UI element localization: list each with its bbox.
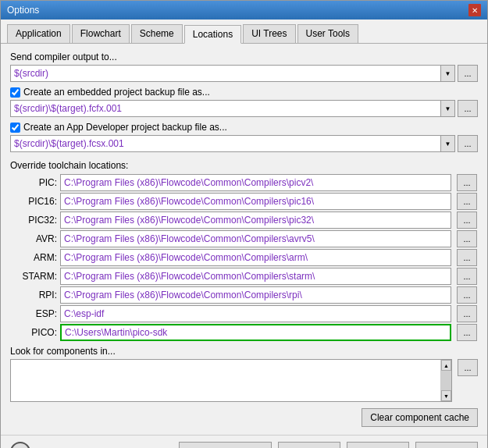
app-developer-browse[interactable]: ... xyxy=(458,135,478,152)
toolchain-label-3: AVR: xyxy=(10,230,57,247)
look-for-section: Look for components in... ▲ ▼ ... Clear … xyxy=(10,346,478,427)
toolchain-label-7: ESP: xyxy=(10,305,57,322)
toolchain-label-1: PIC16: xyxy=(10,193,57,210)
app-developer-dropdown[interactable]: ▼ xyxy=(440,136,454,151)
toolchain-label-5: STARM: xyxy=(10,268,57,285)
app-developer-checkbox-label[interactable]: Create an App Developer project backup f… xyxy=(10,122,478,133)
toolchain-input-3[interactable] xyxy=(60,230,451,247)
options-dialog: Options ✕ Application Flowchart Scheme L… xyxy=(0,0,488,448)
dialog-title: Options xyxy=(7,5,39,16)
send-compiler-input[interactable]: $(srcdir) xyxy=(11,66,440,81)
title-bar: Options ✕ xyxy=(1,1,487,20)
tab-user-tools[interactable]: User Tools xyxy=(297,24,358,43)
toolchain-browse-4[interactable]: ... xyxy=(457,249,477,266)
embedded-backup-checkbox[interactable] xyxy=(10,87,20,98)
toolchain-input-0[interactable] xyxy=(60,174,451,191)
look-for-textarea[interactable] xyxy=(11,360,440,401)
look-for-content: ▲ ▼ ... xyxy=(10,359,478,402)
embedded-backup-dropdown[interactable]: ▼ xyxy=(440,101,454,116)
scroll-up-btn[interactable]: ▲ xyxy=(441,360,451,371)
toolchain-input-5[interactable] xyxy=(60,268,451,285)
scroll-down-btn[interactable]: ▼ xyxy=(441,390,451,401)
toolchain-input-2[interactable] xyxy=(60,212,451,229)
bottom-bar: ? Restore Defaults Preview OK Cancel xyxy=(1,435,487,448)
app-developer-label: Create an App Developer project backup f… xyxy=(23,122,227,133)
send-compiler-browse[interactable]: ... xyxy=(458,65,478,82)
tab-flowchart[interactable]: Flowchart xyxy=(72,24,130,43)
clear-cache-button[interactable]: Clear component cache xyxy=(362,408,478,427)
embedded-backup-label: Create an embedded project backup file a… xyxy=(23,87,210,98)
toolchain-input-6[interactable] xyxy=(60,286,451,304)
tab-application[interactable]: Application xyxy=(7,24,70,43)
send-compiler-input-wrapper: $(srcdir) ▼ xyxy=(10,65,455,82)
toolchain-grid: PIC:...PIC16:...PIC32:...AVR:...ARM:...S… xyxy=(10,174,478,341)
cancel-button[interactable]: Cancel xyxy=(415,442,478,448)
app-developer-checkbox[interactable] xyxy=(10,123,20,133)
toolchain-browse-6[interactable]: ... xyxy=(457,286,477,304)
send-compiler-label: Send compiler output to... xyxy=(10,52,478,62)
toolchain-browse-7[interactable]: ... xyxy=(457,305,477,322)
override-toolchain-label: Override toolchain locations: xyxy=(10,160,478,171)
look-for-label: Look for components in... xyxy=(10,346,478,357)
help-button[interactable]: ? xyxy=(10,442,30,448)
embedded-backup-input-wrapper: $(srcdir)\$(target).fcfx.001 ▼ xyxy=(10,100,455,117)
toolchain-browse-8[interactable]: ... xyxy=(457,324,477,341)
embedded-backup-input[interactable]: $(srcdir)\$(target).fcfx.001 xyxy=(11,101,440,116)
tab-locations[interactable]: Locations xyxy=(184,25,241,44)
toolchain-label-8: PICO: xyxy=(10,324,57,341)
app-developer-input[interactable]: $(srcdir)\$(target).fcsx.001 xyxy=(11,136,440,151)
tab-scheme[interactable]: Scheme xyxy=(131,24,183,43)
toolchain-browse-2[interactable]: ... xyxy=(457,212,477,229)
preview-button[interactable]: Preview xyxy=(278,442,340,448)
ok-button[interactable]: OK xyxy=(347,442,409,448)
toolchain-browse-5[interactable]: ... xyxy=(457,268,477,285)
embedded-backup-checkbox-label[interactable]: Create an embedded project backup file a… xyxy=(10,87,478,98)
toolchain-browse-3[interactable]: ... xyxy=(457,230,477,247)
toolchain-browse-0[interactable]: ... xyxy=(457,174,477,191)
send-compiler-row: $(srcdir) ▼ ... xyxy=(10,65,478,82)
toolchain-label-4: ARM: xyxy=(10,249,57,266)
look-for-scrollbar: ▲ ▼ xyxy=(440,360,451,401)
tab-ui-trees[interactable]: UI Trees xyxy=(243,24,295,43)
close-button[interactable]: ✕ xyxy=(468,4,481,16)
toolchain-input-7[interactable] xyxy=(60,305,451,322)
look-for-textarea-wrapper: ▲ ▼ xyxy=(10,359,452,402)
tabs-bar: Application Flowchart Scheme Locations U… xyxy=(1,20,487,44)
embedded-backup-browse[interactable]: ... xyxy=(458,100,478,117)
toolchain-browse-1[interactable]: ... xyxy=(457,193,477,210)
restore-defaults-button[interactable]: Restore Defaults xyxy=(179,442,272,448)
content-area: Send compiler output to... $(srcdir) ▼ .… xyxy=(1,44,487,435)
toolchain-input-1[interactable] xyxy=(60,193,451,210)
look-for-browse[interactable]: ... xyxy=(458,359,478,376)
send-compiler-dropdown[interactable]: ▼ xyxy=(440,66,454,81)
toolchain-input-4[interactable] xyxy=(60,249,451,266)
toolchain-label-2: PIC32: xyxy=(10,212,57,229)
app-developer-row: $(srcdir)\$(target).fcsx.001 ▼ ... xyxy=(10,135,478,152)
toolchain-label-0: PIC: xyxy=(10,174,57,191)
toolchain-label-6: RPI: xyxy=(10,286,57,304)
toolchain-input-8[interactable] xyxy=(60,324,451,341)
embedded-backup-row: $(srcdir)\$(target).fcfx.001 ▼ ... xyxy=(10,100,478,117)
app-developer-input-wrapper: $(srcdir)\$(target).fcsx.001 ▼ xyxy=(10,135,455,152)
scroll-thumb xyxy=(441,371,451,390)
